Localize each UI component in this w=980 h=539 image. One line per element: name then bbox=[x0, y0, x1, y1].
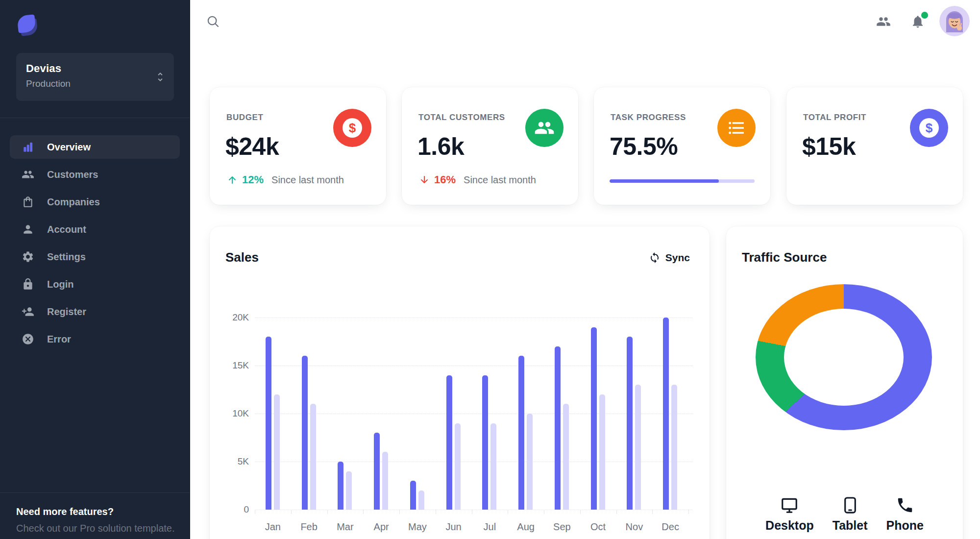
bar-this-year bbox=[302, 356, 308, 510]
bar-this-year bbox=[591, 327, 597, 510]
bar-group-jul bbox=[472, 318, 508, 510]
legend-item-phone: Phone bbox=[886, 496, 924, 533]
sidebar-item-register[interactable]: Register bbox=[10, 300, 180, 323]
avatar-memoji bbox=[939, 6, 970, 36]
y-axis-label: 0 bbox=[214, 504, 249, 515]
bar-last-year bbox=[310, 404, 316, 510]
bar-group-dec bbox=[652, 318, 688, 510]
bar-this-year bbox=[663, 318, 669, 510]
sidebar-item-error[interactable]: Error bbox=[10, 327, 180, 351]
svg-text:$: $ bbox=[349, 121, 356, 135]
stat-label: TOTAL PROFIT bbox=[803, 113, 866, 122]
x-axis-tick bbox=[255, 510, 255, 514]
stat-card-task-progress: TASK PROGRESS 75.5% bbox=[594, 87, 770, 205]
progress-bar bbox=[610, 179, 755, 183]
notification-dot bbox=[921, 12, 928, 19]
bar-last-year bbox=[418, 490, 424, 510]
x-axis-tick bbox=[580, 510, 581, 514]
sidebar-item-companies[interactable]: Companies bbox=[10, 190, 180, 214]
month-label: Jan bbox=[255, 521, 291, 533]
search-button[interactable] bbox=[202, 11, 224, 33]
legend-label: Desktop bbox=[765, 518, 814, 533]
svg-text:$: $ bbox=[926, 121, 933, 135]
tablet-icon bbox=[841, 496, 859, 514]
month-label: Sep bbox=[544, 521, 580, 533]
bar-this-year bbox=[627, 337, 633, 510]
footer-divider bbox=[0, 492, 190, 493]
dashboard-screen: Devias Production Overview Customers Com… bbox=[0, 0, 980, 539]
sidebar-item-settings[interactable]: Settings bbox=[10, 245, 180, 269]
users-badge-icon bbox=[525, 109, 564, 147]
month-label: Mar bbox=[327, 521, 364, 533]
x-axis-tick bbox=[652, 510, 653, 514]
sync-label: Sync bbox=[665, 252, 690, 264]
x-axis-tick bbox=[508, 510, 508, 514]
users-icon bbox=[22, 168, 34, 181]
notifications-button[interactable] bbox=[907, 11, 929, 33]
bar-group-jun bbox=[436, 318, 472, 510]
user-plus-icon bbox=[22, 305, 34, 318]
desktop-icon bbox=[780, 496, 799, 514]
sales-title: Sales bbox=[225, 250, 259, 265]
dollar-icon: $ bbox=[917, 116, 941, 140]
trend-row: 12% Since last month bbox=[226, 172, 344, 187]
contacts-button[interactable] bbox=[873, 11, 894, 33]
legend-item-tablet: Tablet bbox=[833, 496, 868, 533]
x-axis-tick bbox=[291, 510, 292, 514]
traffic-source-card: Traffic Source DesktopTabletPhone bbox=[726, 226, 963, 539]
bar-last-year bbox=[599, 394, 605, 510]
sync-button[interactable]: Sync bbox=[644, 248, 695, 268]
x-axis-tick bbox=[399, 510, 400, 514]
bar-last-year bbox=[635, 385, 641, 510]
x-axis-tick bbox=[688, 510, 689, 514]
x-circle-icon bbox=[22, 333, 34, 345]
x-axis-tick bbox=[327, 510, 328, 514]
y-axis-label: 5K bbox=[214, 456, 249, 467]
x-axis-labels: JanFebMarAprMayJunJulAugSepOctNovDec bbox=[255, 521, 688, 533]
sidebar-item-customers[interactable]: Customers bbox=[10, 163, 180, 186]
month-label: Aug bbox=[508, 521, 544, 533]
avatar[interactable] bbox=[939, 6, 970, 36]
bar-last-year bbox=[382, 452, 388, 510]
sidebar-item-login[interactable]: Login bbox=[10, 272, 180, 296]
bar-group-feb bbox=[291, 318, 327, 510]
stat-value: 1.6k bbox=[417, 132, 464, 161]
unfold-more-icon bbox=[154, 71, 166, 83]
dollar-badge-icon: $ bbox=[333, 109, 371, 147]
phone-icon bbox=[896, 496, 914, 514]
x-axis-tick bbox=[616, 510, 617, 514]
bar-group-sep bbox=[544, 318, 580, 510]
sidebar-item-account[interactable]: Account bbox=[10, 218, 180, 241]
workspace-selector[interactable]: Devias Production bbox=[16, 53, 174, 101]
gear-icon bbox=[22, 250, 34, 263]
bar-this-year bbox=[410, 481, 416, 510]
trend-row: 16% Since last month bbox=[418, 172, 536, 187]
x-axis-tick bbox=[472, 510, 472, 514]
dollar-icon: $ bbox=[340, 116, 365, 140]
sidebar-item-overview[interactable]: Overview bbox=[10, 135, 180, 159]
search-icon bbox=[206, 14, 220, 29]
lock-icon bbox=[22, 278, 34, 291]
bar-this-year bbox=[266, 337, 271, 510]
month-label: Dec bbox=[652, 521, 688, 533]
arrow-up-icon bbox=[226, 174, 238, 186]
bar-group-oct bbox=[580, 318, 616, 510]
sidebar-item-label: Customers bbox=[47, 169, 98, 180]
legend-item-desktop: Desktop bbox=[765, 496, 814, 533]
bar-last-year bbox=[490, 423, 496, 510]
trend-caption: Since last month bbox=[271, 174, 344, 186]
stat-card-total-profit: TOTAL PROFIT $15k $ bbox=[786, 87, 963, 205]
bar-this-year bbox=[555, 346, 561, 510]
bar-last-year bbox=[455, 423, 461, 510]
x-axis-ticks bbox=[255, 510, 688, 514]
sidebar: Devias Production Overview Customers Com… bbox=[0, 0, 190, 539]
bar-this-year bbox=[446, 375, 452, 510]
x-axis-tick bbox=[436, 510, 436, 514]
bar-this-year bbox=[482, 375, 488, 510]
bar-plot bbox=[255, 318, 688, 510]
bar-last-year bbox=[274, 394, 280, 510]
users-icon bbox=[876, 14, 891, 29]
sidebar-footer: Need more features? Check out our Pro so… bbox=[0, 492, 190, 539]
user-icon bbox=[22, 223, 34, 236]
month-label: Nov bbox=[616, 521, 653, 533]
